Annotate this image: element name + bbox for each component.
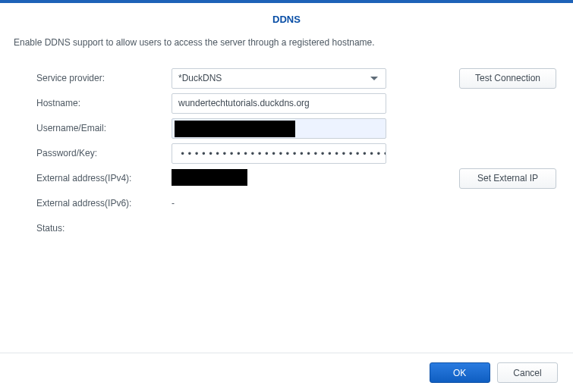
chevron-down-icon bbox=[370, 77, 378, 80]
label-ext-ipv4: External address(IPv4): bbox=[36, 173, 172, 183]
redacted-ipv4 bbox=[172, 169, 247, 186]
row-password: Password/Key: ••••••••••••••••••••••••••… bbox=[36, 141, 559, 165]
set-external-ip-button[interactable]: Set External IP bbox=[459, 168, 556, 189]
username-input[interactable] bbox=[172, 118, 386, 139]
row-username: Username/Email: bbox=[36, 116, 559, 140]
row-ext-ipv4: External address(IPv4): Set External IP bbox=[36, 166, 559, 190]
dialog-footer: OK Cancel bbox=[0, 353, 573, 392]
ddns-form: Service provider: *DuckDNS Test Connecti… bbox=[0, 66, 573, 240]
cancel-button[interactable]: Cancel bbox=[497, 362, 558, 383]
test-connection-button[interactable]: Test Connection bbox=[459, 68, 556, 89]
dialog-title: DDNS bbox=[0, 14, 573, 25]
ext-ipv6-value: - bbox=[172, 198, 175, 209]
label-ext-ipv6: External address(IPv6): bbox=[36, 198, 172, 209]
row-ext-ipv6: External address(IPv6): - bbox=[36, 191, 559, 215]
service-provider-dropdown[interactable]: *DuckDNS bbox=[172, 68, 386, 89]
hostname-input[interactable] bbox=[172, 93, 386, 114]
password-input[interactable]: ••••••••••••••••••••••••••••••••• bbox=[172, 143, 386, 164]
row-status: Status: bbox=[36, 216, 559, 240]
dialog-header: DDNS bbox=[0, 3, 573, 33]
dialog-description: Enable DDNS support to allow users to ac… bbox=[0, 33, 573, 66]
row-service-provider: Service provider: *DuckDNS Test Connecti… bbox=[36, 66, 559, 90]
label-password: Password/Key: bbox=[36, 148, 172, 158]
ok-button[interactable]: OK bbox=[430, 362, 490, 383]
label-hostname: Hostname: bbox=[36, 98, 172, 108]
row-hostname: Hostname: bbox=[36, 91, 559, 115]
label-status: Status: bbox=[36, 223, 172, 234]
service-provider-value: *DuckDNS bbox=[178, 73, 370, 83]
label-username: Username/Email: bbox=[36, 123, 172, 133]
redacted-block bbox=[175, 121, 295, 137]
label-service-provider: Service provider: bbox=[36, 73, 172, 83]
